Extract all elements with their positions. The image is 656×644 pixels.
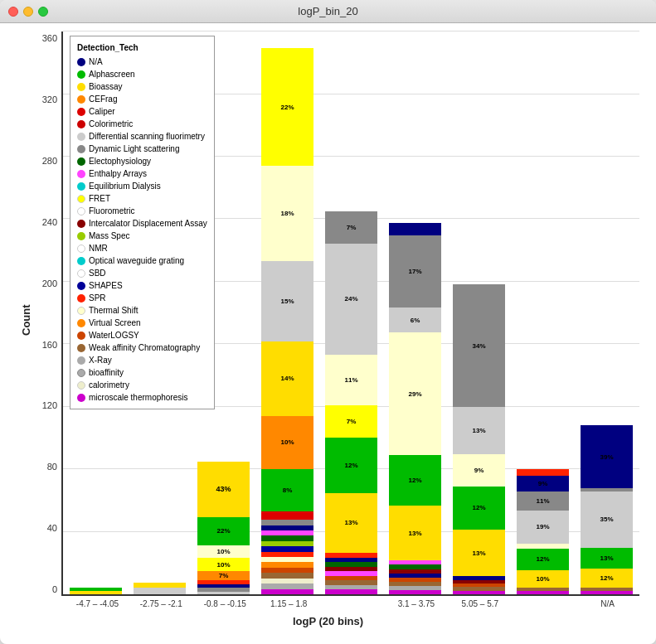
legend-label-shapes: SHAPES	[89, 279, 123, 292]
legend-color-shapes	[77, 282, 85, 290]
bar-seg	[325, 553, 378, 558]
legend-item-colorimetric: Colorimetric	[77, 118, 207, 130]
legend-item-ida: Intercalator Displacement Assay	[77, 217, 207, 230]
bar-seg: 43%	[197, 462, 250, 517]
bar-seg: 24%	[325, 244, 378, 355]
maximize-button[interactable]	[38, 7, 48, 17]
legend-color-thermal	[77, 307, 85, 315]
bar-seg	[453, 583, 506, 587]
bar-seg: 12%	[517, 549, 570, 569]
bar-seg: 18%	[261, 166, 314, 262]
legend-color-nmr	[77, 245, 85, 253]
y-tick-40: 40	[47, 523, 57, 533]
bar-seg: 10%	[261, 416, 314, 469]
legend-label-enthalpy: Enthalpy Arrays	[89, 167, 147, 180]
bar-seg	[261, 579, 314, 583]
bar-seg	[517, 591, 570, 594]
window-title: logP_bin_20	[298, 5, 357, 17]
chart-inner: 0 40 80 120 160 200 240 280 320 360	[32, 31, 639, 608]
legend-label-spr: SPR	[89, 292, 106, 304]
legend-item-xray: X-Ray	[77, 354, 207, 366]
legend-label-alphascreen: Alphascreen	[89, 68, 135, 80]
y-tick-80: 80	[47, 462, 57, 472]
legend-color-cefrag	[77, 95, 85, 104]
legend-color-waterlogsy	[77, 332, 85, 340]
legend-color-owg	[77, 257, 85, 265]
bar-seg	[261, 535, 314, 540]
bar-stack-6: 13% 12% 29% 6% 17%	[389, 172, 442, 594]
legend-label-bioassay: Bioassay	[89, 80, 123, 93]
legend-label-mst: microscale thermophoresis	[89, 391, 188, 404]
minimize-button[interactable]	[23, 7, 33, 17]
y-tick-360: 360	[42, 33, 57, 43]
bar-seg	[389, 569, 442, 574]
legend-color-caliper	[77, 108, 85, 116]
legend-color-bioaffinity	[77, 369, 85, 377]
legend-item-massspec: Mass Spec	[77, 230, 207, 242]
legend-color-bioassay	[77, 83, 85, 91]
close-button[interactable]	[8, 7, 18, 17]
legend-color-fret	[77, 195, 85, 203]
bar-seg: 35%	[581, 491, 634, 548]
x-axis-label: logP (20 bins)	[293, 615, 363, 627]
bar-seg: 8%	[261, 469, 314, 511]
bar-seg: 39%	[581, 425, 634, 488]
bar-seg	[325, 589, 378, 594]
bar-seg	[453, 580, 506, 583]
legend-color-sbd	[77, 269, 85, 278]
bar-seg: 22%	[261, 48, 314, 165]
legend-item-enthalpy: Enthalpy Arrays	[77, 167, 207, 180]
bar-seg	[389, 223, 442, 235]
bar-seg	[261, 589, 314, 594]
legend-item-eq-dialysis: Equilibrium Dialysis	[77, 180, 207, 192]
bar-seg: 17%	[389, 235, 442, 307]
legend: Detection_Tech N/A Alphascreen	[70, 36, 215, 409]
bar-seg: 34%	[453, 284, 506, 407]
legend-label-bioaffinity: bioaffinity	[89, 366, 124, 379]
bar-stack-8: 10% 12% 19% 11% 9%	[517, 420, 570, 594]
legend-color-na	[77, 58, 85, 66]
bar-seg: 10%	[517, 570, 570, 588]
bar-seg	[581, 488, 634, 491]
traffic-lights	[8, 7, 48, 17]
legend-item-spr: SPR	[77, 292, 207, 304]
legend-label-cefrag: CEFrag	[89, 93, 117, 105]
bar-stack-3: 7% 10% 10% 22% 43%	[197, 462, 250, 594]
bar-seg	[261, 568, 314, 573]
y-ticks: 0 40 80 120 160 200 240 280 320 360	[32, 31, 61, 596]
bar-seg: 13%	[325, 493, 378, 553]
legend-item-calorimetry: calorimetry	[77, 379, 207, 391]
bar-seg	[325, 576, 378, 581]
bar-seg	[261, 525, 314, 530]
bar-seg: 12%	[581, 569, 634, 588]
bar-seg	[261, 562, 314, 567]
x-tick-1: -4.7 – -4.05	[66, 599, 129, 608]
bar-seg	[197, 588, 250, 592]
legend-label-fret: FRET	[89, 192, 110, 205]
legend-color-dls	[77, 145, 85, 153]
y-tick-280: 280	[42, 156, 57, 166]
bar-seg: 13%	[453, 530, 506, 576]
bar-seg	[261, 546, 314, 551]
bar-seg: 15%	[261, 261, 314, 341]
bar-seg	[261, 541, 314, 546]
x-tick-5	[321, 599, 385, 608]
bar-seg	[197, 580, 250, 584]
legend-item-mst: microscale thermophoresis	[77, 391, 207, 404]
bar-seg: 10%	[197, 558, 250, 571]
legend-item-dls: Dynamic Light scattering	[77, 143, 207, 155]
legend-item-na: N/A	[77, 56, 207, 68]
legend-item-fluorometric: Fluorometric	[77, 205, 207, 217]
legend-item-electro: Electophysiology	[77, 155, 207, 167]
legend-color-fluorometric	[77, 207, 85, 215]
bar-seg: 6%	[389, 307, 442, 333]
legend-label-caliper: Caliper	[89, 105, 115, 118]
legend-color-ida	[77, 220, 85, 228]
legend-color-dsf	[77, 133, 85, 141]
bar-stack-9: 12% 13% 35% 39%	[581, 425, 634, 594]
bar-seg	[389, 564, 442, 569]
legend-color-electro	[77, 157, 85, 166]
bar-group-7: 13% 12% 9% 13% 34%	[448, 31, 510, 594]
bar-seg: 12%	[453, 487, 506, 530]
x-axis: -4.7 – -4.05 -2.75 – -2.1 -0.8 – -0.15 1…	[32, 599, 639, 608]
